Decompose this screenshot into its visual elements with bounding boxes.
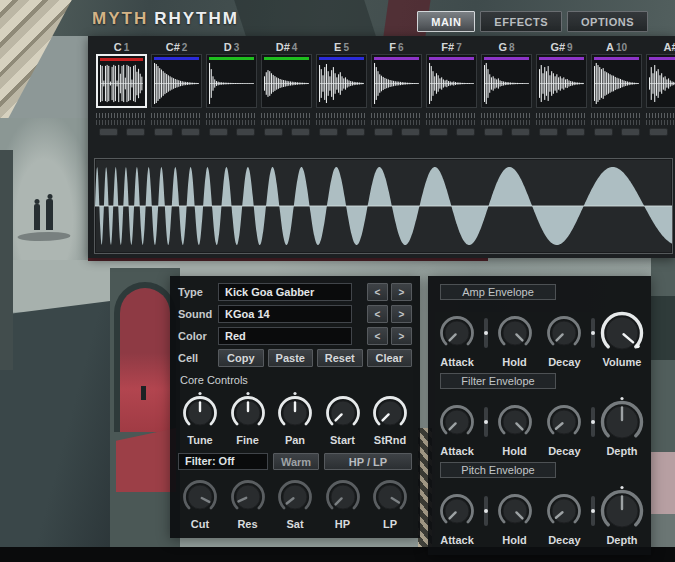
- cell-thumbnail[interactable]: [481, 54, 532, 108]
- filter-envelope-header[interactable]: Filter Envelope: [440, 373, 556, 389]
- cell-gs9[interactable]: G#9: [536, 40, 587, 136]
- warm-button[interactable]: Warm: [273, 453, 319, 470]
- knob-depth-control[interactable]: [599, 395, 645, 445]
- cell-mini-button-a[interactable]: [264, 128, 283, 136]
- sound-next-button[interactable]: >: [391, 305, 412, 323]
- cell-d3[interactable]: D3: [206, 40, 257, 136]
- cell-fs7[interactable]: F#7: [426, 40, 477, 136]
- sound-prev-button[interactable]: <: [367, 305, 388, 323]
- color-next-button[interactable]: >: [391, 327, 412, 345]
- color-value[interactable]: Red: [218, 327, 352, 345]
- cell-thumbnail[interactable]: [316, 54, 367, 108]
- color-prev-button[interactable]: <: [367, 327, 388, 345]
- cell-thumbnail[interactable]: [151, 54, 202, 108]
- cell-e5[interactable]: E5: [316, 40, 367, 136]
- knob-attack-control[interactable]: [438, 395, 476, 445]
- knob-hold-control[interactable]: [496, 395, 534, 445]
- cell-thumbnail[interactable]: [536, 54, 587, 108]
- cell-note-number: 10: [616, 42, 627, 53]
- cell-note-label: F6: [371, 40, 422, 54]
- cell-mini-button-b[interactable]: [346, 128, 365, 136]
- sound-value[interactable]: KGoa 14: [218, 305, 352, 323]
- mod-slider[interactable]: [591, 496, 595, 526]
- cell-thumbnail[interactable]: [646, 54, 675, 108]
- knob-volume-control[interactable]: [599, 306, 645, 356]
- tab-main[interactable]: MAIN: [417, 11, 475, 32]
- cell-mini-button-a[interactable]: [154, 128, 173, 136]
- knob-attack-control[interactable]: [438, 306, 476, 356]
- knob-strnd-control[interactable]: [371, 388, 409, 434]
- knob-res-control[interactable]: [229, 472, 267, 518]
- mod-slider[interactable]: [484, 496, 488, 526]
- cell-thumbnail[interactable]: [426, 54, 477, 108]
- knob-cut-control[interactable]: [181, 472, 219, 518]
- reset-button[interactable]: Reset: [317, 349, 363, 367]
- mod-slider[interactable]: [591, 318, 595, 348]
- knob-decay-control[interactable]: [545, 306, 583, 356]
- cell-mini-button-b[interactable]: [126, 128, 145, 136]
- cell-mini-button-b[interactable]: [181, 128, 200, 136]
- mod-slider[interactable]: [484, 318, 488, 348]
- cell-mini-button-a[interactable]: [539, 128, 558, 136]
- clear-button[interactable]: Clear: [367, 349, 413, 367]
- tab-options[interactable]: OPTIONS: [567, 11, 648, 32]
- cell-mini-button-b[interactable]: [236, 128, 255, 136]
- knob-start-control[interactable]: [324, 388, 362, 434]
- knob-tune-control[interactable]: [181, 388, 219, 434]
- copy-button[interactable]: Copy: [218, 349, 264, 367]
- cell-cs2[interactable]: C#2: [151, 40, 202, 136]
- cell-ds4[interactable]: D#4: [261, 40, 312, 136]
- cell-mini-button-b[interactable]: [511, 128, 530, 136]
- knob-depth-control[interactable]: [599, 484, 645, 534]
- cell-mini-button-b[interactable]: [621, 128, 640, 136]
- mod-slider[interactable]: [591, 407, 595, 437]
- filter-mode-display[interactable]: Filter: Off: [178, 453, 268, 470]
- cell-mini-button-b[interactable]: [291, 128, 310, 136]
- type-value[interactable]: Kick Goa Gabber: [218, 283, 352, 301]
- cell-mini-button-a[interactable]: [429, 128, 448, 136]
- tab-effects[interactable]: EFFECTS: [480, 11, 562, 32]
- tick-row-top: [261, 113, 312, 118]
- cell-as[interactable]: A#: [646, 40, 675, 136]
- hp-lp-button[interactable]: HP / LP: [324, 453, 412, 470]
- cell-thumbnail[interactable]: [371, 54, 422, 108]
- cell-c1[interactable]: C1: [96, 40, 147, 136]
- knob-hp-control[interactable]: [324, 472, 362, 518]
- knob-hold-control[interactable]: [496, 306, 534, 356]
- cell-thumbnail[interactable]: [591, 54, 642, 108]
- paste-button[interactable]: Paste: [268, 349, 314, 367]
- cell-mini-button-a[interactable]: [484, 128, 503, 136]
- mod-slider-dot: [484, 509, 488, 513]
- cell-mini-button-a[interactable]: [319, 128, 338, 136]
- cell-mini-button-b[interactable]: [456, 128, 475, 136]
- cell-mini-button-a[interactable]: [594, 128, 613, 136]
- plugin-window: MYTHRHYTHM MAINEFFECTSOPTIONS C1C#2D3D#4…: [0, 0, 675, 562]
- cell-mini-button-a[interactable]: [374, 128, 393, 136]
- cell-mini-button-a[interactable]: [649, 128, 668, 136]
- knob-decay-control[interactable]: [545, 395, 583, 445]
- mod-slider[interactable]: [484, 407, 488, 437]
- knob-sat-control[interactable]: [276, 472, 314, 518]
- cell-mini-button-b[interactable]: [401, 128, 420, 136]
- cell-mini-button-b[interactable]: [566, 128, 585, 136]
- type-next-button[interactable]: >: [391, 283, 412, 301]
- waveform-display[interactable]: [94, 158, 673, 254]
- type-prev-button[interactable]: <: [367, 283, 388, 301]
- knob-decay-control[interactable]: [545, 484, 583, 534]
- cell-f6[interactable]: F6: [371, 40, 422, 136]
- cell-thumbnail[interactable]: [261, 54, 312, 108]
- cell-mini-button-a[interactable]: [209, 128, 228, 136]
- knob-hold: Hold: [492, 306, 538, 368]
- pitch-envelope-header[interactable]: Pitch Envelope: [440, 462, 556, 478]
- cell-thumbnail[interactable]: [206, 54, 257, 108]
- knob-lp-control[interactable]: [371, 472, 409, 518]
- knob-hold-control[interactable]: [496, 484, 534, 534]
- knob-fine-control[interactable]: [229, 388, 267, 434]
- cell-a10[interactable]: A10: [591, 40, 642, 136]
- cell-mini-button-a[interactable]: [99, 128, 118, 136]
- cell-g8[interactable]: G8: [481, 40, 532, 136]
- amp-envelope-header[interactable]: Amp Envelope: [440, 284, 556, 300]
- cell-thumbnail[interactable]: [96, 54, 147, 108]
- knob-pan-control[interactable]: [276, 388, 314, 434]
- knob-attack-control[interactable]: [438, 484, 476, 534]
